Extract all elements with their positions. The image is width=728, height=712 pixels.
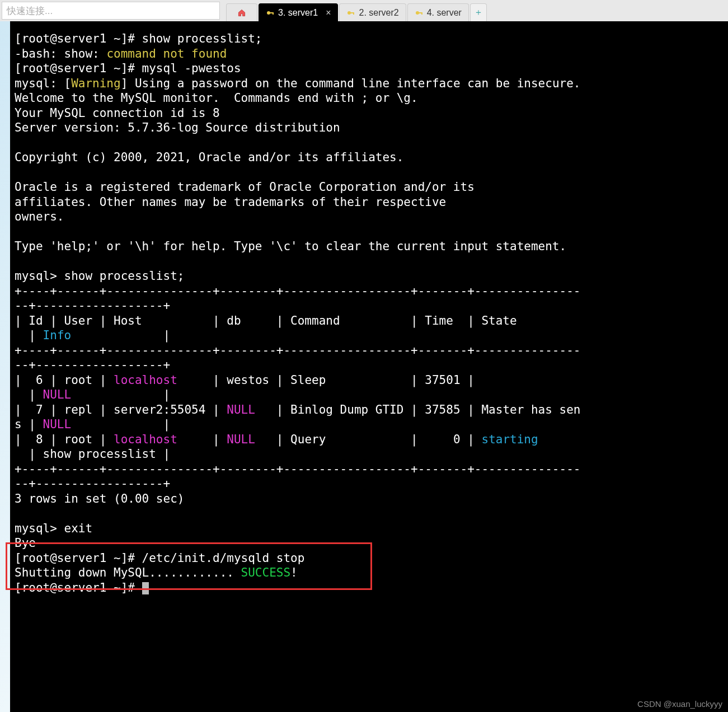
terminal-line: | NULL | <box>15 387 724 402</box>
terminal-line: Shutting down MySQL............ SUCCESS! <box>15 565 724 580</box>
terminal-line: affiliates. Other names may be trademark… <box>15 195 724 210</box>
terminal-text: [root@server1 ~]# <box>15 581 142 594</box>
terminal-text: | Id | User | Host | db | Command | Time… <box>15 314 580 327</box>
tab-label: 2. server2 <box>359 8 398 18</box>
terminal-line: | show processlist | <box>15 447 724 462</box>
terminal-text: | <box>177 433 227 446</box>
terminal-line: +----+------+---------------+--------+--… <box>15 462 724 477</box>
terminal-text: -bash: show: <box>15 47 106 60</box>
terminal-line: | Id | User | Host | db | Command | Time… <box>15 313 724 329</box>
terminal-line <box>15 254 724 269</box>
terminal-line: [root@server1 ~]# show processlist; <box>15 31 724 46</box>
terminal-line: | 6 | root | localhost | westos | Sleep … <box>15 373 724 388</box>
terminal-line: Type 'help;' or '\h' for help. Type '\c'… <box>15 239 724 254</box>
terminal-line: mysql: [Warning] Using a password on the… <box>15 76 724 91</box>
tab-strip: 3. server1×2. server24. server＋ <box>222 0 487 21</box>
terminal-text: [root@server1 ~]# show processlist; <box>15 32 262 45</box>
terminal-text: | <box>15 329 43 342</box>
terminal-text: Welcome to the MySQL monitor. Commands e… <box>15 91 418 105</box>
terminal-text: starting <box>481 433 538 446</box>
terminal-line: +----+------+---------------+--------+--… <box>15 284 724 299</box>
terminal-text: Server version: 5.7.36-log Source distri… <box>15 121 340 134</box>
key-icon <box>266 8 275 17</box>
terminal-text: affiliates. Other names may be trademark… <box>15 195 446 209</box>
terminal-line: Server version: 5.7.36-log Source distri… <box>15 120 724 135</box>
terminal-text: +----+------+---------------+--------+--… <box>15 284 580 298</box>
terminal-line: --+------------------+ <box>15 476 724 491</box>
quick-connect-placeholder: 快速连接... <box>7 4 53 17</box>
terminal-text: NULL <box>227 403 255 416</box>
terminal-text: | 8 | root | <box>15 433 114 446</box>
terminal-line: [root@server1 ~]# mysql -pwestos <box>15 61 724 76</box>
terminal-line: [root@server1 ~]# /etc/init.d/mysqld sto… <box>15 551 724 566</box>
terminal-text: NULL <box>43 388 72 401</box>
terminal-line: Oracle is a registered trademark of Orac… <box>15 180 724 195</box>
terminal-line <box>15 224 724 240</box>
new-tab-button[interactable]: ＋ <box>470 3 487 21</box>
terminal-text: | show processlist | <box>15 447 170 461</box>
key-icon <box>415 8 424 17</box>
terminal-text: Shutting down MySQL............ <box>15 566 241 579</box>
terminal-text: NULL <box>227 433 255 446</box>
terminal-text: Oracle is a registered trademark of Orac… <box>15 180 475 194</box>
terminal-text: | Query | 0 | <box>255 433 482 446</box>
terminal-text: NULL <box>43 418 72 431</box>
terminal[interactable]: [root@server1 ~]# show processlist;-bash… <box>10 21 728 712</box>
terminal-text: owners. <box>15 210 64 223</box>
close-icon[interactable]: × <box>326 8 331 18</box>
svg-rect-8 <box>421 12 422 15</box>
terminal-text: ] Using a password on the command line i… <box>121 77 581 90</box>
terminal-text: Your MySQL connection id is 8 <box>15 106 220 120</box>
tab-4-server[interactable]: 4. server <box>407 3 469 21</box>
terminal-text: mysql> exit <box>15 522 92 535</box>
terminal-text: --+------------------+ <box>15 477 170 490</box>
tab-label: 3. server1 <box>278 8 318 18</box>
terminal-text: --+------------------+ <box>15 358 170 372</box>
terminal-text: +----+------+---------------+--------+--… <box>15 344 580 357</box>
tab-home[interactable] <box>226 3 257 21</box>
terminal-line: -bash: show: command not found <box>15 46 724 62</box>
terminal-line: mysql> show processlist; <box>15 269 724 284</box>
terminal-text: localhost <box>114 433 177 446</box>
terminal-text: | <box>71 388 170 401</box>
terminal-text: Copyright (c) 2000, 2021, Oracle and/or … <box>15 151 403 164</box>
topbar: 快速连接... 3. server1×2. server24. server＋ <box>0 0 728 21</box>
terminal-text: Type 'help;' or '\h' for help. Type '\c'… <box>15 240 566 253</box>
terminal-text: | 7 | repl | server2:55054 | <box>15 403 227 416</box>
key-icon <box>346 8 355 17</box>
terminal-line: owners. <box>15 209 724 224</box>
terminal-text: mysql: [ <box>15 77 71 90</box>
terminal-line: | 8 | root | localhost | NULL | Query | … <box>15 432 724 447</box>
terminal-text: +----+------+---------------+--------+--… <box>15 462 580 476</box>
terminal-line: --+------------------+ <box>15 358 724 373</box>
terminal-text: 3 rows in set (0.00 sec) <box>15 492 184 505</box>
tab-2-server2[interactable]: 2. server2 <box>339 3 406 21</box>
terminal-text: | <box>71 329 170 342</box>
terminal-text: | <box>71 418 170 431</box>
terminal-text: | <box>15 388 43 401</box>
left-strip <box>0 21 10 712</box>
terminal-text: Warning <box>71 77 121 90</box>
terminal-text: [root@server1 ~]# /etc/init.d/mysqld sto… <box>15 551 304 565</box>
terminal-text: ! <box>290 566 298 579</box>
terminal-line: +----+------+---------------+--------+--… <box>15 343 724 358</box>
svg-rect-2 <box>273 12 274 15</box>
watermark: CSDN @xuan_luckyyy <box>637 699 722 709</box>
terminal-text: command not found <box>106 47 227 60</box>
terminal-text: localhost <box>114 373 177 387</box>
terminal-text <box>538 433 581 446</box>
plus-icon: ＋ <box>474 7 483 18</box>
tab-3-server1[interactable]: 3. server1× <box>259 3 338 21</box>
terminal-line <box>15 506 724 521</box>
terminal-text: Bye <box>15 536 36 550</box>
terminal-text: Info <box>43 329 72 342</box>
terminal-text: mysql> show processlist; <box>15 269 184 283</box>
terminal-line: | 7 | repl | server2:55054 | NULL | Binl… <box>15 402 724 418</box>
cursor <box>142 582 149 594</box>
terminal-line: 3 rows in set (0.00 sec) <box>15 491 724 507</box>
terminal-text: SUCCESS <box>241 566 291 579</box>
terminal-line: --+------------------+ <box>15 298 724 313</box>
terminal-line: Copyright (c) 2000, 2021, Oracle and/or … <box>15 150 724 165</box>
quick-connect-input[interactable]: 快速连接... <box>2 2 220 20</box>
terminal-line: Bye <box>15 536 724 551</box>
